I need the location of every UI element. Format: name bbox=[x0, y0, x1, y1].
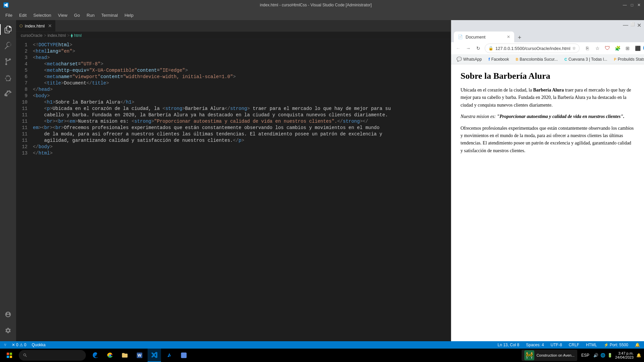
browser-controls-bar: ← → ↻ 🔒 127.0.0.1:5500/cursoOracle/index… bbox=[451, 42, 644, 54]
browser-close-icon[interactable]: ✕ bbox=[637, 22, 641, 28]
code-editor[interactable]: 12345 678910 1111111111 111213 <!DOCTYPE… bbox=[16, 39, 451, 341]
browser-shield-icon[interactable]: 🛡 bbox=[603, 44, 612, 53]
bookmark-probuilds-label: Probuilds Stats | Th... bbox=[618, 57, 644, 62]
menu-edit[interactable]: Edit bbox=[16, 11, 29, 19]
menu-view[interactable]: View bbox=[55, 11, 70, 19]
browser-url: 127.0.0.1:5500/cursoOracle/index.html bbox=[495, 46, 570, 51]
taskbar-edge[interactable] bbox=[89, 349, 102, 362]
status-language[interactable]: HTML bbox=[585, 343, 598, 347]
browser-tab-title: Document bbox=[466, 35, 485, 40]
notification-icon: 🚧 bbox=[524, 350, 534, 360]
cursor-position-text: Ln 13, Col 8 bbox=[498, 343, 520, 347]
search-activity-icon[interactable] bbox=[0, 38, 16, 54]
browser-share-icon[interactable]: ⎘ bbox=[583, 44, 592, 53]
whatsapp-icon: 💬 bbox=[457, 57, 462, 62]
minimize-button[interactable]: — bbox=[623, 3, 627, 7]
menu-file[interactable]: File bbox=[3, 11, 15, 19]
status-line-ending[interactable]: CRLF bbox=[568, 343, 581, 347]
browser-extension-icon[interactable]: 🧩 bbox=[613, 44, 622, 53]
account-activity-icon[interactable] bbox=[0, 306, 16, 322]
taskbar-chrome[interactable] bbox=[103, 349, 117, 362]
taskbar-file-explorer[interactable] bbox=[118, 349, 131, 362]
system-tray: 🔊 🌐 🔋 bbox=[593, 353, 612, 358]
menu-bar: File Edit Selection View Go Run Terminal… bbox=[0, 10, 644, 20]
tray-icon-1[interactable]: 🔊 bbox=[593, 353, 598, 358]
taskbar-language[interactable]: ESP bbox=[580, 353, 591, 358]
code-line-11d: em><br><br>Ofrecemos profesionales exper… bbox=[33, 125, 445, 131]
status-bell[interactable]: 🔔 bbox=[634, 343, 641, 347]
tray-icon-3[interactable]: 🔋 bbox=[607, 353, 612, 358]
menu-go[interactable]: Go bbox=[71, 11, 83, 19]
browser-sidebar-icon[interactable]: ⬛ bbox=[633, 44, 642, 53]
bancolombia-icon: B bbox=[516, 57, 518, 61]
menu-terminal[interactable]: Terminal bbox=[99, 11, 120, 19]
language-text: HTML bbox=[586, 343, 597, 347]
bookmark-probuilds[interactable]: P Probuilds Stats | Th... bbox=[611, 56, 644, 63]
notification-area[interactable]: 🚧 Construction on Aven... bbox=[522, 350, 577, 361]
browser-nav-controls: ← → ↻ bbox=[454, 44, 483, 53]
browser-address-bar[interactable]: 🔒 127.0.0.1:5500/cursoOracle/index.html … bbox=[485, 44, 580, 53]
taskbar-search-box[interactable] bbox=[19, 350, 86, 361]
taskbar-clock[interactable]: 3:47 p.m. 24/04/2023 bbox=[615, 351, 634, 359]
browser-reload-button[interactable]: ↻ bbox=[474, 44, 483, 53]
browser-maximize-icon[interactable]: ⬜ bbox=[630, 22, 635, 28]
status-git[interactable]: ⑂ bbox=[3, 343, 8, 347]
taskbar-azure[interactable] bbox=[162, 349, 176, 362]
windows-start-button[interactable] bbox=[3, 349, 16, 362]
code-line-8: </head> bbox=[33, 86, 445, 93]
menu-selection[interactable]: Selection bbox=[31, 11, 54, 19]
source-control-activity-icon[interactable] bbox=[0, 54, 16, 70]
tab-close-icon[interactable]: ✕ bbox=[48, 23, 52, 28]
browser-window-controls: — ⬜ ✕ bbox=[451, 20, 644, 30]
explorer-icon[interactable] bbox=[0, 21, 16, 38]
browser-toolbar-icons: ⎘ ☆ 🛡 🧩 ⊞ ⬛ A ⋯ ▷ bbox=[583, 44, 644, 53]
browser-new-tab-button[interactable]: + bbox=[515, 33, 524, 42]
browser-back-button[interactable]: ← bbox=[454, 44, 463, 53]
taskbar-word[interactable]: W bbox=[133, 349, 146, 362]
tray-icon-2[interactable]: 🌐 bbox=[600, 353, 605, 358]
maximize-button[interactable]: □ bbox=[631, 3, 633, 7]
menu-run[interactable]: Run bbox=[84, 11, 97, 19]
status-quokka[interactable]: Quokka bbox=[30, 343, 47, 347]
browser-minimize-icon[interactable]: — bbox=[623, 22, 628, 28]
bookmark-cuevana[interactable]: C Cuevana 3 | Todas l... bbox=[562, 56, 610, 63]
status-errors[interactable]: ✕ 0 ⚠ 0 bbox=[10, 343, 28, 347]
browser-tab-groups-icon[interactable]: ⊞ bbox=[623, 44, 632, 53]
bookmark-cuevana-label: Cuevana 3 | Todas l... bbox=[569, 57, 607, 62]
code-content[interactable]: <!DOCTYPE html> <html lang="en"> <head> … bbox=[33, 42, 451, 339]
facebook-icon: f bbox=[488, 57, 490, 62]
browser-favorites-icon[interactable]: ☆ bbox=[593, 44, 602, 53]
status-cursor-position[interactable]: Ln 13, Col 8 bbox=[496, 343, 521, 347]
star-icon[interactable]: ☆ bbox=[572, 46, 576, 51]
breadcrumb-file[interactable]: index.html bbox=[48, 33, 66, 38]
breadcrumb: cursoOracle > index.html > ⧫ html bbox=[16, 32, 451, 39]
tab-index-html[interactable]: ⬡ index.html ✕ bbox=[16, 20, 55, 32]
status-bar: ⑂ ✕ 0 ⚠ 0 Quokka Ln 13, Col 8 Spaces: 4 … bbox=[0, 341, 644, 349]
taskbar-notification-bell[interactable]: 🔔 bbox=[636, 353, 641, 358]
extensions-activity-icon[interactable] bbox=[0, 86, 16, 102]
browser-tab-document[interactable]: 📄 Document ✕ bbox=[454, 32, 514, 42]
bookmark-whatsapp[interactable]: 💬 WhatsApp bbox=[454, 56, 484, 63]
close-button[interactable]: ✕ bbox=[637, 3, 641, 7]
browser-forward-button[interactable]: → bbox=[464, 44, 473, 53]
settings-activity-icon[interactable] bbox=[0, 322, 16, 339]
bookmark-facebook[interactable]: f Facebook bbox=[486, 56, 512, 63]
debug-activity-icon[interactable] bbox=[0, 70, 16, 86]
status-spaces[interactable]: Spaces: 4 bbox=[525, 343, 545, 347]
taskbar-unknown[interactable] bbox=[177, 349, 191, 362]
encoding-text: UTF-8 bbox=[551, 343, 562, 347]
taskbar-vscode[interactable] bbox=[148, 349, 161, 362]
line-ending-text: CRLF bbox=[569, 343, 579, 347]
taskbar-apps: W bbox=[89, 349, 191, 362]
code-line-11a: ____<p>Ubicada en el corazón de la ciuda… bbox=[33, 106, 445, 112]
code-line-2: <html lang="en"> bbox=[33, 48, 445, 55]
breadcrumb-project[interactable]: cursoOracle bbox=[21, 33, 43, 38]
status-encoding[interactable]: UTF-8 bbox=[549, 343, 564, 347]
browser-tab-close-icon[interactable]: ✕ bbox=[507, 35, 510, 39]
breadcrumb-symbol[interactable]: ⧫ html bbox=[71, 33, 82, 38]
bookmark-bancolombia[interactable]: B Bancolombia Sucur... bbox=[513, 56, 560, 63]
menu-help[interactable]: Help bbox=[122, 11, 136, 19]
status-port[interactable]: ⚡ Port: 5500 bbox=[602, 343, 630, 347]
code-line-12: </body> bbox=[33, 144, 445, 150]
code-line-3: <head> bbox=[33, 55, 445, 61]
